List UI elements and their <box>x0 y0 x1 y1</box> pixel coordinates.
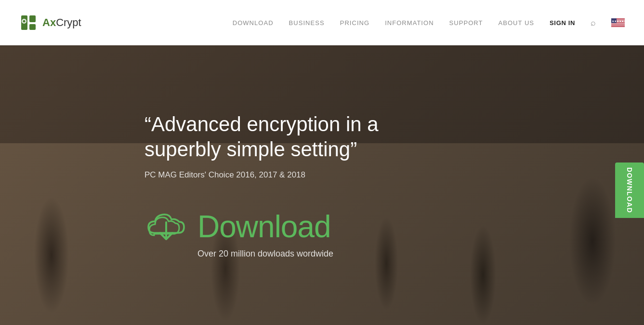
hero-section: “Advanced encryption in a superbly simpl… <box>0 45 644 325</box>
cloud-download-icon <box>145 209 188 245</box>
download-subtext: Over 20 million dowloads wordwide <box>197 249 333 259</box>
logo[interactable]: AxCrypt <box>19 14 81 32</box>
hero-content: “Advanced encryption in a superbly simpl… <box>145 112 453 259</box>
svg-rect-2 <box>29 24 36 30</box>
side-download-button[interactable]: Download <box>615 162 644 218</box>
nav-sign-in[interactable]: SIGN IN <box>550 19 575 27</box>
header: AxCrypt DOWNLOAD BUSINESS PRICING INFORM… <box>0 0 644 45</box>
svg-rect-13 <box>611 24 625 24</box>
main-nav: DOWNLOAD BUSINESS PRICING INFORMATION SU… <box>233 18 625 28</box>
hero-quote: “Advanced encryption in a superbly simpl… <box>145 112 453 162</box>
nav-information[interactable]: INFORMATION <box>385 19 434 27</box>
hero-subtitle: PC MAG Editors' Choice 2016, 2017 & 2018 <box>145 170 453 180</box>
logo-text: AxCrypt <box>42 16 81 29</box>
search-icon[interactable]: ⌕ <box>591 18 596 28</box>
svg-rect-1 <box>29 15 36 22</box>
svg-rect-12 <box>611 23 625 24</box>
svg-text:★★★★★★: ★★★★★★ <box>612 20 625 23</box>
logo-crypt: Crypt <box>56 16 81 28</box>
nav-about-us[interactable]: ABOUT US <box>499 19 535 27</box>
svg-rect-17 <box>611 27 625 27</box>
svg-point-4 <box>23 20 26 23</box>
svg-rect-15 <box>611 25 625 26</box>
download-cta[interactable]: Download <box>145 209 331 245</box>
nav-support[interactable]: SUPPORT <box>449 19 483 27</box>
download-label: Download <box>197 209 331 244</box>
nav-business[interactable]: BUSINESS <box>289 19 325 27</box>
logo-icon <box>19 14 38 32</box>
download-section: Download Over 20 million dowloads wordwi… <box>145 209 453 259</box>
nav-download[interactable]: DOWNLOAD <box>233 19 274 27</box>
svg-rect-14 <box>611 24 625 25</box>
svg-rect-16 <box>611 26 625 26</box>
us-flag-icon[interactable]: ★★★★★★ <box>611 18 625 27</box>
nav-pricing[interactable]: PRICING <box>340 19 369 27</box>
logo-ax: Ax <box>42 16 56 28</box>
